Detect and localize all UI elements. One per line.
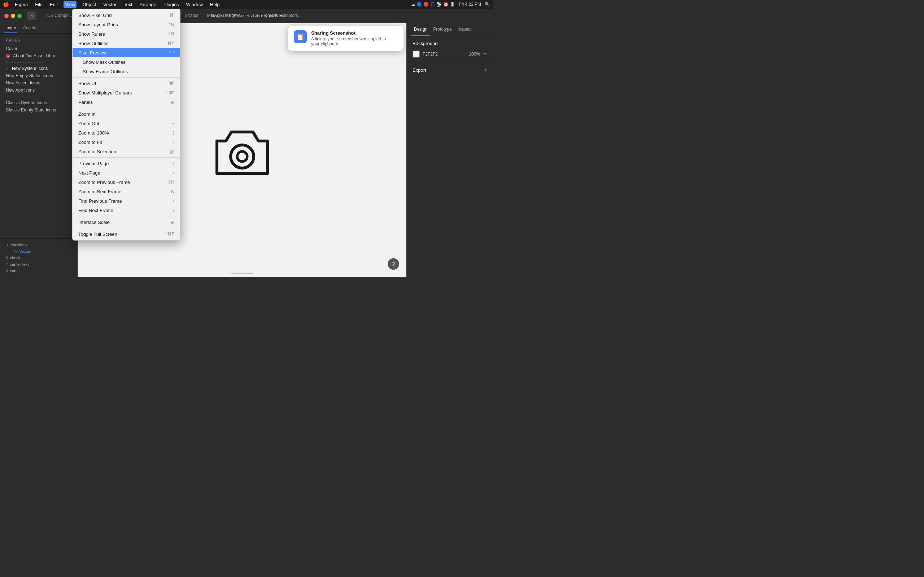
export-add-button[interactable]: + [484,67,487,73]
tab-ids-compo[interactable]: IDS Compo... [42,9,76,23]
menu-show-layout-grids[interactable]: Show Layout Grids ^G [73,20,180,29]
tab-stratus[interactable]: Stratus [180,9,202,23]
menu-text[interactable]: Text [122,1,134,8]
menu-interface-scale[interactable]: Interface Scale ▶ [73,218,180,227]
menu-bar-left: 🍎 Figma File Edit View Object Vector Tex… [3,1,221,8]
layer-cart[interactable]: # cart [0,268,77,274]
breadcrumb-separator: / [225,13,227,18]
menu-show-frame-outlines[interactable]: Show Frame Outlines [73,67,180,76]
menu-edit[interactable]: Edit [48,1,59,8]
layer-checkbox[interactable]: ✦ checkbox [0,242,77,248]
page-about[interactable]: ● About Our Asset Librar... [6,52,71,60]
help-button[interactable]: ? [388,258,399,270]
menu-item-shortcut: ⇧R [168,31,174,36]
menu-figma[interactable]: Figma [13,1,29,8]
menu-previous-page[interactable]: Previous Page ↑ [73,159,180,168]
page-cover[interactable]: Cover [6,45,71,52]
breadcrumb-drafts[interactable]: Drafts [211,13,223,18]
prototype-tab[interactable]: Prototype [430,23,454,36]
view-dropdown-menu: Show Pixel Grid ⌘' Show Layout Grids ^G … [72,9,181,240]
export-section: Export + [407,62,493,77]
color-swatch[interactable] [412,50,420,58]
layer-label: cart [10,269,16,273]
menu-view[interactable]: View [63,1,76,8]
menu-zoom-selection[interactable]: Zoom to Selection @ [73,147,180,156]
menu-zoom-next-frame[interactable]: Zoom to Next Frame N [73,187,180,196]
frame-icon: # [6,256,8,260]
notification-toast: 📋 Sharing Screenshot A link to your scre… [288,26,404,51]
menu-next-page[interactable]: Next Page ↓ [73,168,180,177]
window-minimize[interactable] [11,14,15,18]
color-hex-value[interactable]: F2F2F2 [423,52,466,56]
menu-vector[interactable]: Vector [102,1,118,8]
menu-plugins[interactable]: Plugins [162,1,181,8]
pages-section: Pages Cover ● About Our Asset Librar... … [0,34,77,116]
layers-tab[interactable]: Layers [4,25,17,33]
menu-find-prev-frame[interactable]: Find Previous Frame ↑ [73,196,180,206]
layer-check[interactable]: # check [0,255,77,261]
menu-zoom-fit[interactable]: Zoom to Fit ! [73,137,180,147]
menu-zoom-in[interactable]: Zoom In + [73,109,180,119]
menu-file[interactable]: File [34,1,44,8]
background-section: Background F2F2F2 100% 👁 [407,36,493,62]
menu-zoom-100[interactable]: Zoom to 100% ) [73,128,180,137]
window-controls [4,14,22,18]
menu-item-label: Previous Page [78,161,172,166]
menu-toggle-fullscreen[interactable]: Toggle Full Screen ^⌘F [73,229,180,239]
design-tab[interactable]: Design [411,23,430,36]
menu-item-shortcut: ^⌘F [165,232,174,237]
layers-section: ✦ checkbox ⬡ Vector # check # center-tex… [0,239,77,277]
menu-show-multiplayer[interactable]: Show Multiplayer Cursors ⌥⌘\ [73,88,180,97]
window-maximize[interactable] [17,14,22,18]
inspect-tab[interactable]: Inspect [455,23,475,36]
menu-window[interactable]: Window [185,1,204,8]
mac-menu-bar: 🍎 Figma File Edit View Object Vector Tex… [0,0,493,9]
menu-item-label: Show Rulers [78,31,168,37]
window-close[interactable] [4,14,9,18]
menu-item-shortcut: ⌥⌘\ [164,90,174,95]
color-opacity-value[interactable]: 100% [469,52,480,56]
search-icon[interactable]: 🔍 [485,2,490,7]
page-new-accent-icons[interactable]: New Accent Icons [6,79,71,87]
menu-show-mask-outlines[interactable]: Show Mask Outlines [73,57,180,67]
assets-tab[interactable]: Assets [23,25,36,33]
menu-show-rulers[interactable]: Show Rulers ⇧R [73,29,180,39]
page-new-system-icons[interactable]: ✓ New System Icons [6,65,71,72]
menu-show-pixel-grid[interactable]: Show Pixel Grid ⌘' [73,10,180,20]
scrollbar[interactable] [231,272,253,274]
menu-show-outlines[interactable]: Show Outlines ⌘Y [73,39,180,48]
page-new-empty-states[interactable]: New Empty States Icons [6,72,71,79]
menu-zoom-prev-frame[interactable]: Zoom to Previous Frame ⇧N [73,177,180,187]
menu-zoom-out[interactable]: Zoom Out − [73,119,180,128]
menu-item-shortcut: @ [170,149,174,154]
right-panel: Design Prototype Inspect Background F2F2… [406,23,493,277]
menu-item-shortcut: ↑ [172,161,174,166]
background-row: F2F2F2 100% 👁 [412,50,487,58]
menu-item-shortcut: ! [173,140,174,145]
menu-separator-2 [73,108,180,108]
page-label: Classic Empty State Icons [6,108,56,113]
menu-pixel-preview[interactable]: Pixel Preview ^P [73,48,180,57]
svg-point-0 [231,145,254,168]
visibility-icon[interactable]: 👁 [483,52,487,56]
menu-panels[interactable]: Panels ▶ [73,97,180,107]
menu-item-label: Zoom to Previous Frame [78,180,168,185]
page-classic-system[interactable]: Classic System Icons [6,99,71,106]
breadcrumb-title[interactable]: IDS Assets Library v4.5 [229,13,278,18]
breadcrumb-chevron[interactable]: ▾ [280,13,282,18]
menu-separator-1 [73,77,180,77]
layer-vector[interactable]: ⬡ Vector [0,248,77,255]
menu-object[interactable]: Object [81,1,97,8]
layer-center-text[interactable]: # center-text [0,261,77,268]
page-classic-empty[interactable]: Classic Empty State Icons [6,106,71,114]
apple-logo[interactable]: 🍎 [3,2,9,7]
right-panel-tabs: Design Prototype Inspect [407,23,493,36]
menu-show-ui[interactable]: Show UI ⌘\ [73,79,180,88]
menu-find-next-frame[interactable]: Find Next Frame ↓ [73,206,180,215]
tab-label: IDS Compo... [46,13,72,18]
page-label: New App Icons [6,88,35,93]
page-new-app-icons[interactable]: New App Icons [6,87,71,94]
menu-help[interactable]: Help [208,1,221,8]
menu-arrange[interactable]: Arrange [138,1,158,8]
home-button[interactable]: ⌂ [27,11,36,20]
